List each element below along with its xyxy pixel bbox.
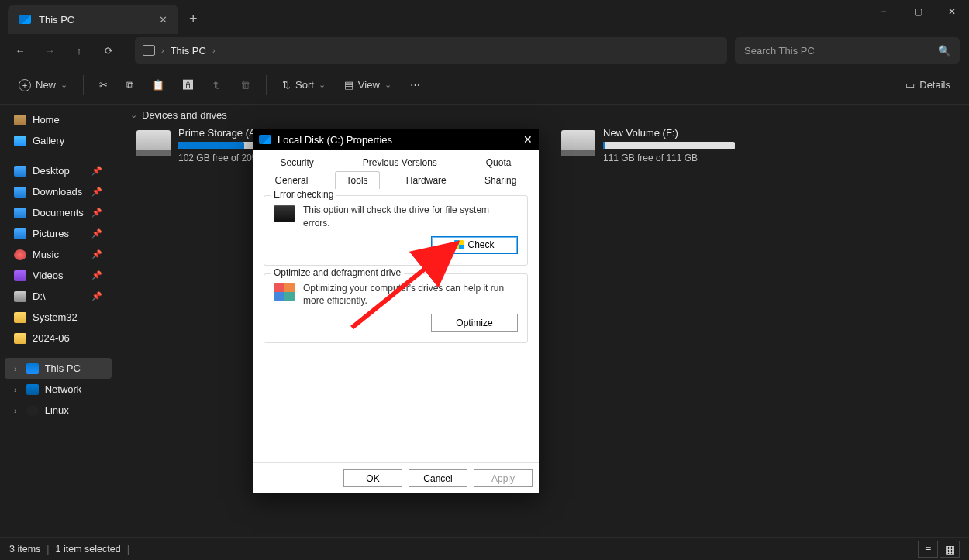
paste-button[interactable]: 📋 xyxy=(144,72,172,98)
delete-button[interactable]: 🗑 xyxy=(233,72,258,98)
folder-icon xyxy=(14,333,26,344)
sidebar-item-desktop[interactable]: Desktop📌 xyxy=(5,160,112,181)
rename-icon: 🅰 xyxy=(183,79,193,91)
group-header[interactable]: ⌄ Devices and drives xyxy=(130,109,960,121)
sidebar-label: Pictures xyxy=(33,228,69,239)
chevron-down-icon: ⌄ xyxy=(130,110,137,120)
check-button[interactable]: Check xyxy=(431,236,518,254)
close-window-button[interactable]: ✕ xyxy=(935,0,969,23)
up-button[interactable]: ↑ xyxy=(68,40,90,61)
usage-bar xyxy=(603,142,735,149)
details-button[interactable]: ▭ Details xyxy=(898,72,958,98)
sidebar-label: 2024-06 xyxy=(33,332,70,344)
tab-general[interactable]: General xyxy=(264,171,320,189)
sidebar-item-linux[interactable]: ›Linux xyxy=(5,400,112,421)
maximize-button[interactable]: ▢ xyxy=(901,0,935,23)
drive-name: New Volume (F:) xyxy=(603,127,755,139)
cut-button[interactable]: ✂ xyxy=(91,72,116,98)
chevron-right-icon[interactable]: › xyxy=(14,385,17,394)
drive-item-f[interactable]: New Volume (F:) 111 GB free of 111 GB xyxy=(561,127,755,163)
videos-icon xyxy=(14,270,26,281)
sidebar-label: This PC xyxy=(45,362,81,374)
dialog-title-bar[interactable]: Local Disk (C:) Properties ✕ xyxy=(253,129,539,150)
separator: | xyxy=(127,544,129,555)
pin-icon: 📌 xyxy=(91,249,102,259)
sidebar-item-system32[interactable]: System32 xyxy=(5,307,112,328)
chevron-down-icon: ⌄ xyxy=(384,80,391,90)
drive-check-icon xyxy=(274,205,295,222)
new-button[interactable]: + New ⌄ xyxy=(11,72,75,98)
sidebar-item-documents[interactable]: Documents📌 xyxy=(5,202,112,223)
minimize-button[interactable]: − xyxy=(867,0,901,23)
sidebar-item-d-drive[interactable]: D:\📌 xyxy=(5,286,112,307)
rename-button[interactable]: 🅰 xyxy=(175,72,201,98)
pictures-icon xyxy=(14,228,26,239)
sidebar-label: Home xyxy=(33,114,60,125)
address-bar[interactable]: › This PC › xyxy=(135,37,727,64)
cancel-button[interactable]: Cancel xyxy=(409,469,467,487)
new-label: New xyxy=(36,79,56,91)
list-view-button[interactable]: ≡ xyxy=(918,541,938,558)
details-icon: ▭ xyxy=(905,79,915,91)
search-input[interactable]: Search This PC 🔍 xyxy=(735,37,960,64)
properties-dialog: Local Disk (C:) Properties ✕ Security Pr… xyxy=(253,129,539,493)
chevron-down-icon: ⌄ xyxy=(60,80,67,90)
sidebar-item-music[interactable]: Music📌 xyxy=(5,244,112,265)
share-button[interactable]: ⮬ xyxy=(204,72,229,98)
copy-button[interactable]: ⧉ xyxy=(119,72,141,98)
pin-icon: 📌 xyxy=(91,166,102,176)
separator xyxy=(83,75,84,95)
monitor-icon xyxy=(143,45,155,56)
tab-tools[interactable]: Tools xyxy=(335,171,380,189)
dialog-footer: OK Cancel Apply xyxy=(253,462,539,493)
close-tab-icon[interactable]: ✕ xyxy=(159,14,167,26)
search-placeholder: Search This PC xyxy=(744,45,815,57)
sidebar-item-home[interactable]: Home xyxy=(5,109,112,130)
refresh-button[interactable]: ⟳ xyxy=(98,40,119,61)
tab-title: This PC xyxy=(39,14,151,26)
view-button[interactable]: ▤ View ⌄ xyxy=(336,72,399,98)
drive-icon xyxy=(259,135,271,144)
sidebar-item-videos[interactable]: Videos📌 xyxy=(5,265,112,286)
view-label: View xyxy=(358,79,380,91)
view-icon: ▤ xyxy=(344,79,353,91)
sidebar-item-downloads[interactable]: Downloads📌 xyxy=(5,181,112,202)
tab-hardware[interactable]: Hardware xyxy=(395,171,458,189)
content-area: ⌄ Devices and drives Prime Storage (A:) … xyxy=(116,105,969,556)
tab-previous-versions[interactable]: Previous Versions xyxy=(351,153,449,171)
home-icon xyxy=(14,115,26,125)
back-button[interactable]: ← xyxy=(9,40,31,61)
tab-quota[interactable]: Quota xyxy=(474,153,523,171)
sidebar-item-2024-06[interactable]: 2024-06 xyxy=(5,328,112,349)
sidebar-item-network[interactable]: ›Network xyxy=(5,379,112,400)
close-dialog-button[interactable]: ✕ xyxy=(523,133,533,146)
sidebar-item-gallery[interactable]: Gallery xyxy=(5,130,112,151)
more-button[interactable]: ⋯ xyxy=(402,72,428,98)
new-tab-button[interactable]: + xyxy=(189,11,198,27)
search-icon: 🔍 xyxy=(938,45,950,57)
chevron-right-icon[interactable]: › xyxy=(14,364,17,373)
chevron-down-icon: ⌄ xyxy=(319,80,326,90)
address-location: This PC xyxy=(171,45,206,57)
window-tab[interactable]: This PC ✕ xyxy=(8,5,178,34)
tab-security[interactable]: Security xyxy=(268,153,325,171)
group-label: Devices and drives xyxy=(142,109,227,121)
check-label: Check xyxy=(467,239,494,250)
apply-button[interactable]: Apply xyxy=(474,469,533,487)
ok-button[interactable]: OK xyxy=(343,469,402,487)
sidebar-item-pictures[interactable]: Pictures📌 xyxy=(5,223,112,244)
sidebar-label: Music xyxy=(33,249,59,260)
grid-view-button[interactable]: ▦ xyxy=(940,541,960,558)
pin-icon: 📌 xyxy=(91,228,102,239)
forward-button[interactable]: → xyxy=(39,40,60,61)
chevron-right-icon[interactable]: › xyxy=(14,406,17,415)
sidebar-label: Documents xyxy=(33,207,84,218)
error-checking-desc: This option will check the drive for fil… xyxy=(303,204,518,230)
sidebar-item-this-pc[interactable]: ›This PC xyxy=(5,358,112,379)
tab-sharing[interactable]: Sharing xyxy=(473,171,528,189)
sidebar-label: Network xyxy=(45,383,82,395)
sort-button[interactable]: ⇅ Sort ⌄ xyxy=(274,72,333,98)
optimize-button[interactable]: Optimize xyxy=(431,314,518,332)
defrag-icon xyxy=(274,283,295,301)
sidebar-label: Linux xyxy=(45,404,69,416)
